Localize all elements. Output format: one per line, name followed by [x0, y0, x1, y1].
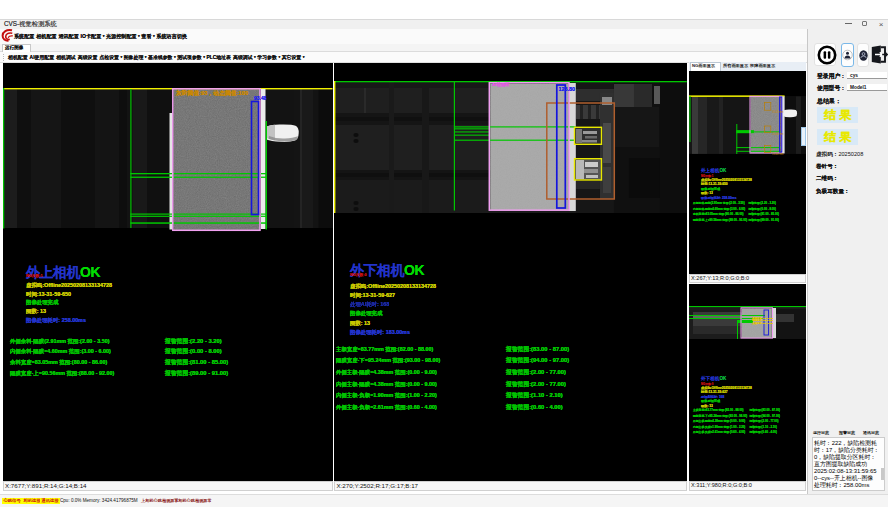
- svg-text:93.48 mm: 93.48 mm: [772, 110, 784, 114]
- svg-text:13.40 mm: 13.40 mm: [772, 152, 784, 156]
- svg-text:23.48 mm: 23.48 mm: [772, 132, 784, 136]
